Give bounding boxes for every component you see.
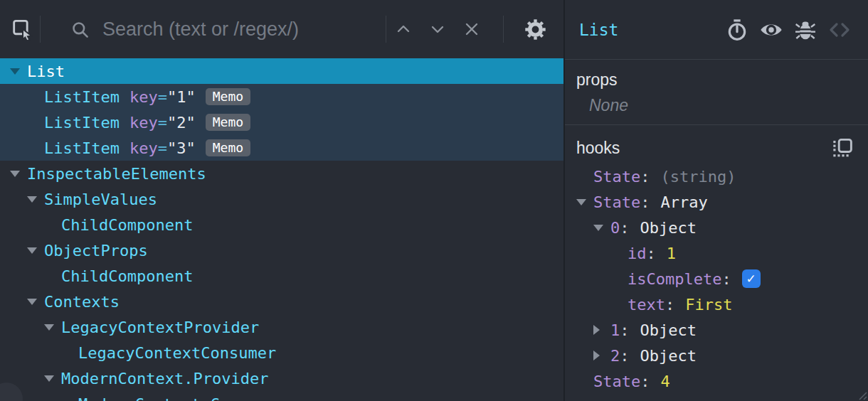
expand-arrow-icon[interactable] <box>576 199 586 205</box>
props-empty-value: None <box>576 96 857 115</box>
component-name: ChildComponent <box>61 267 193 285</box>
parse-hook-names-icon <box>832 138 853 159</box>
key-name: key <box>129 139 158 157</box>
hook-row[interactable]: text: First <box>565 292 868 317</box>
component-name: ModernContext.Consumer <box>78 395 285 401</box>
expand-arrow-icon[interactable] <box>593 225 603 231</box>
component-tree-panel: List ListItem key="1" Memo ListItem key=… <box>0 0 563 401</box>
tree-row[interactable]: ListItem key="3" Memo <box>0 135 563 161</box>
expand-arrow-icon[interactable] <box>44 375 54 382</box>
hook-name: Callback <box>593 398 669 401</box>
tree-row[interactable]: LegacyContextProvider <box>0 314 563 340</box>
hook-value: ƒ () <box>689 398 726 401</box>
component-name: LegacyContextConsumer <box>78 344 276 362</box>
expand-arrow-icon[interactable] <box>44 324 54 331</box>
colon: : <box>620 321 629 339</box>
equals-sign: = <box>158 114 167 132</box>
hook-name: State <box>593 168 640 186</box>
stopwatch-icon <box>726 18 748 41</box>
hooks-section: hooks State: (string) <box>565 125 868 401</box>
inspect-dom-element-button[interactable] <box>760 18 783 41</box>
search-input[interactable] <box>102 18 386 41</box>
view-source-button[interactable] <box>828 18 851 41</box>
colon: : <box>640 168 650 186</box>
resize-grip-icon[interactable] <box>857 390 867 400</box>
colon: : <box>721 270 731 288</box>
chevron-up-icon <box>395 21 412 38</box>
check-icon: ✓ <box>746 272 756 286</box>
arrow-slot <box>576 199 593 205</box>
hook-row[interactable]: Callback: ƒ () <box>565 394 868 401</box>
hook-value: Object <box>640 219 697 237</box>
expand-arrow-icon[interactable] <box>593 351 600 360</box>
hook-row[interactable]: State: Array <box>565 189 868 215</box>
hooks-section-header: hooks <box>565 137 868 159</box>
inspect-element-button[interactable] <box>6 12 40 46</box>
parse-hook-names-button[interactable] <box>831 137 854 159</box>
arrow-slot <box>44 375 61 382</box>
arrow-slot <box>27 247 44 254</box>
hook-row[interactable]: 2: Object <box>565 343 868 368</box>
component-name: ModernContext.Provider <box>61 370 268 387</box>
code-brackets-icon <box>828 18 851 41</box>
hook-value: First <box>685 296 732 314</box>
key-attribute: key="2" <box>129 114 196 132</box>
colon: : <box>647 245 656 262</box>
component-name: List <box>27 63 65 80</box>
hook-value: 4 <box>660 373 669 390</box>
react-devtools-components-panel: List ListItem key="1" Memo ListItem key=… <box>0 0 868 401</box>
inspect-element-icon <box>11 18 34 41</box>
hook-row[interactable]: isComplete: ✓ <box>565 266 868 292</box>
component-name: ObjectProps <box>44 242 148 260</box>
expand-arrow-icon[interactable] <box>27 247 37 254</box>
tree-row[interactable]: ModernContext.Consumer <box>0 391 563 401</box>
clear-search-button[interactable] <box>455 12 489 46</box>
expand-arrow-icon[interactable] <box>593 325 600 335</box>
component-name: ListItem <box>44 139 120 157</box>
key-value: "3" <box>167 139 196 157</box>
log-component-data-button[interactable] <box>794 18 817 41</box>
hook-name: State <box>593 373 640 390</box>
hook-row[interactable]: id: 1 <box>565 240 868 266</box>
tree-row[interactable]: ListItem key="1" Memo <box>0 84 563 109</box>
colon: : <box>640 193 650 211</box>
settings-button[interactable] <box>518 12 552 46</box>
hook-row[interactable]: State: 4 <box>565 368 868 394</box>
next-result-button[interactable] <box>420 12 455 46</box>
component-name: LegacyContextProvider <box>61 319 259 336</box>
component-tree: List ListItem key="1" Memo ListItem key=… <box>0 58 563 401</box>
key-name: key <box>129 114 158 132</box>
tree-row[interactable]: InspectableElements <box>0 161 563 186</box>
key-name: key <box>129 88 158 106</box>
chevron-down-icon <box>429 21 446 38</box>
tree-row[interactable]: ObjectProps <box>0 237 563 263</box>
tree-row[interactable]: ChildComponent <box>0 212 563 237</box>
key-attribute: key="1" <box>129 88 196 106</box>
expand-arrow-icon[interactable] <box>10 68 20 75</box>
tree-row[interactable]: Contexts <box>0 289 563 314</box>
tree-row[interactable]: SimpleValues <box>0 186 563 212</box>
hook-row[interactable]: 0: Object <box>565 215 868 240</box>
expand-arrow-icon[interactable] <box>27 299 37 305</box>
tree-row[interactable]: ModernContext.Provider <box>0 365 563 391</box>
bug-icon <box>794 18 817 41</box>
components-toolbar <box>6 0 563 58</box>
hook-row[interactable]: State: (string) <box>565 164 868 189</box>
checkbox[interactable]: ✓ <box>742 269 761 288</box>
arrow-slot <box>593 351 610 360</box>
tree-row[interactable]: List <box>0 58 563 84</box>
suspend-toggle-button[interactable] <box>726 18 748 41</box>
expand-arrow-icon[interactable] <box>10 171 20 177</box>
tree-row[interactable]: ChildComponent <box>0 263 563 289</box>
tree-row[interactable]: ListItem key="2" Memo <box>0 109 563 135</box>
previous-result-button[interactable] <box>386 12 420 46</box>
equals-sign: = <box>158 88 167 106</box>
hook-row[interactable]: 1: Object <box>565 317 868 343</box>
colon: : <box>665 296 674 314</box>
hook-value: Object <box>640 321 697 339</box>
props-section-title: props <box>576 70 857 90</box>
tree-row[interactable]: LegacyContextConsumer <box>0 340 563 365</box>
key-value: "1" <box>167 88 196 106</box>
hooks-tree: State: (string) State: Array 0: Object i… <box>565 164 868 401</box>
expand-arrow-icon[interactable] <box>27 196 37 203</box>
